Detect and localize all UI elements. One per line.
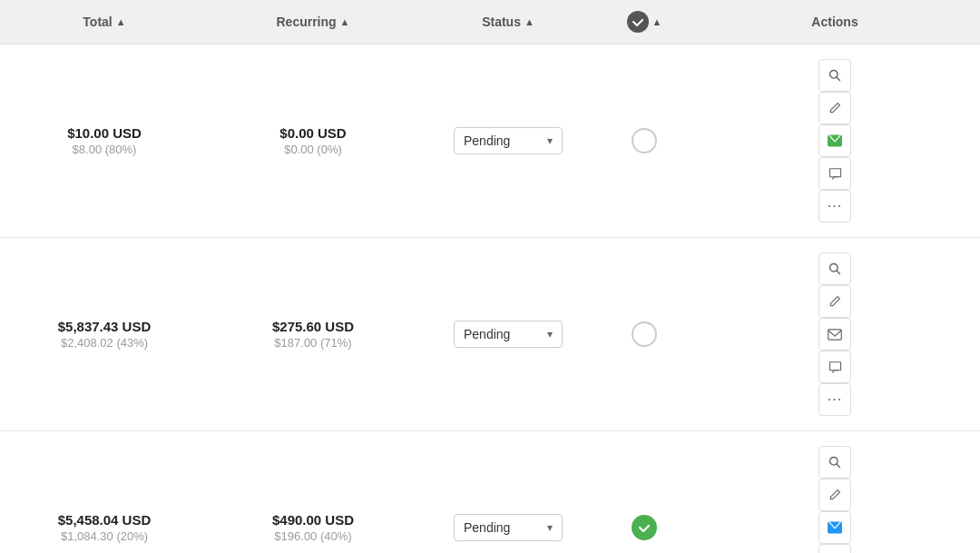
recurring-primary: $0.00 USD [279,125,346,141]
status-value: Pending [464,133,510,148]
edit-button[interactable] [818,285,851,318]
table-row: $5,458.04 USD $1,084.30 (20%) $490.00 US… [0,431,980,553]
cell-recurring: $275.60 USD $187.00 (71%) [209,319,417,350]
more-button[interactable]: ··· [818,190,851,222]
recurring-secondary: $196.00 (40%) [274,529,351,543]
cell-actions: ··· [690,59,980,222]
cell-status: Pending ▾ [417,514,599,541]
actions-wrapper: ··· [818,252,851,416]
svg-line-3 [837,271,840,274]
sort-status-icon: ▲ [524,16,534,27]
sort-recurring-icon: ▲ [340,16,350,27]
actions-wrapper: ··· [818,59,851,222]
ellipsis-icon: ··· [828,198,842,214]
search-button[interactable] [818,59,851,92]
chevron-down-icon: ▾ [547,134,553,147]
cell-status: Pending ▾ [417,321,599,348]
status-value: Pending [464,327,510,341]
total-secondary: $8.00 (80%) [73,143,137,156]
email-button[interactable] [818,124,851,157]
total-primary: $5,458.04 USD [58,512,152,528]
cell-check[interactable] [599,321,690,347]
edit-button[interactable] [818,479,851,511]
recurring-secondary: $0.00 (0%) [284,143,342,156]
status-dropdown[interactable]: Pending ▾ [454,127,563,154]
total-primary: $5,837.43 USD [58,319,152,334]
cell-actions: ··· [690,446,980,553]
sort-check-icon: ▲ [652,16,662,27]
search-button[interactable] [818,252,851,285]
header-total-label: Total [83,15,112,29]
recurring-primary: $490.00 USD [272,512,354,528]
total-secondary: $2,408.02 (43%) [61,336,148,350]
actions-wrapper: ··· [818,446,851,553]
header-actions-label: Actions [811,15,858,29]
data-table: Total ▲ Recurring ▲ Status ▲ ▲ Actions $… [0,0,980,553]
header-actions: Actions [690,15,980,29]
table-header: Total ▲ Recurring ▲ Status ▲ ▲ Actions [0,0,980,44]
recurring-primary: $275.60 USD [272,319,354,334]
search-button[interactable] [818,446,851,479]
check-empty-icon[interactable] [632,128,657,153]
email-button[interactable] [818,318,851,351]
svg-rect-4 [828,329,841,339]
header-status[interactable]: Status ▲ [417,15,599,29]
more-button[interactable]: ··· [818,383,851,416]
cell-check[interactable] [599,515,690,540]
cell-status: Pending ▾ [417,127,599,154]
cell-recurring: $0.00 USD $0.00 (0%) [209,125,417,156]
ellipsis-icon: ··· [828,391,842,408]
header-status-label: Status [482,15,521,29]
table-body: $10.00 USD $8.00 (80%) $0.00 USD $0.00 (… [0,44,980,553]
check-checked-icon[interactable] [632,515,657,540]
cell-total: $5,458.04 USD $1,084.30 (20%) [0,512,209,543]
comment-button[interactable] [818,544,851,553]
cell-total: $10.00 USD $8.00 (80%) [0,125,209,156]
cell-check[interactable] [599,128,690,153]
svg-line-6 [837,464,840,468]
chevron-down-icon: ▾ [547,521,553,534]
table-row: $5,837.43 USD $2,408.02 (43%) $275.60 US… [0,238,980,431]
header-check-icon [627,11,649,33]
header-check[interactable]: ▲ [599,11,690,33]
status-value: Pending [464,520,510,535]
comment-button[interactable] [818,157,851,190]
header-recurring-label: Recurring [276,15,336,29]
header-recurring[interactable]: Recurring ▲ [209,15,417,29]
status-dropdown[interactable]: Pending ▾ [454,321,563,348]
header-total[interactable]: Total ▲ [0,15,209,29]
email-button[interactable] [818,511,851,544]
cell-actions: ··· [690,252,980,416]
check-empty-icon[interactable] [632,321,657,347]
total-primary: $10.00 USD [67,125,142,141]
table-row: $10.00 USD $8.00 (80%) $0.00 USD $0.00 (… [0,44,980,238]
status-dropdown[interactable]: Pending ▾ [454,514,563,541]
edit-button[interactable] [818,92,851,124]
comment-button[interactable] [818,351,851,383]
recurring-secondary: $187.00 (71%) [274,336,351,350]
cell-recurring: $490.00 USD $196.00 (40%) [209,512,417,543]
cell-total: $5,837.43 USD $2,408.02 (43%) [0,319,209,350]
chevron-down-icon: ▾ [547,328,553,341]
sort-total-icon: ▲ [116,16,126,27]
total-secondary: $1,084.30 (20%) [61,529,148,543]
svg-line-1 [837,77,840,81]
